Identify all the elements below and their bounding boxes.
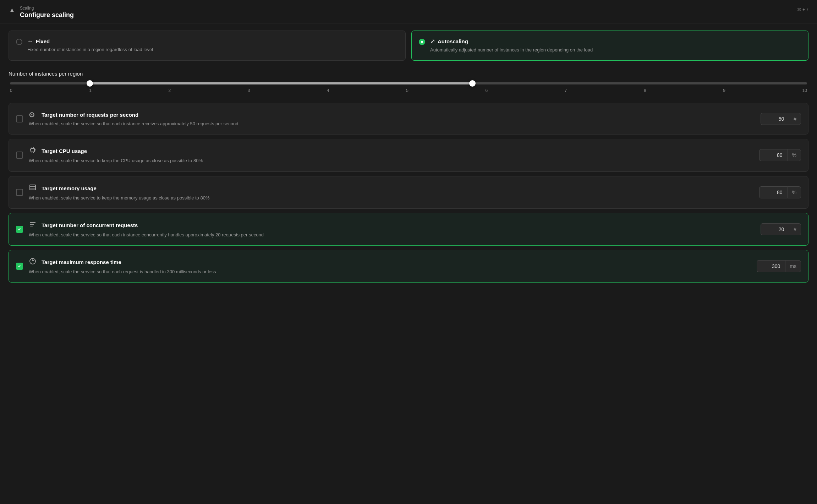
metric-card-cpu-usage: Target CPU usage When enabled, scale the… <box>9 139 808 171</box>
tick-2: 2 <box>169 88 171 93</box>
slider-container: 0 1 2 3 4 5 6 7 8 9 10 <box>9 82 808 93</box>
concurrent-requests-input-group: # <box>761 223 801 235</box>
memory-usage-checkbox[interactable] <box>16 189 23 196</box>
requests-per-second-content: ⊙ Target number of requests per second W… <box>29 110 755 127</box>
fixed-card-content: ↔ Fixed Fixed number of instances in a r… <box>27 38 398 53</box>
concurrent-requests-content: Target number of concurrent requests Whe… <box>29 220 755 238</box>
fixed-scaling-card[interactable]: ↔ Fixed Fixed number of instances in a r… <box>9 31 406 61</box>
requests-per-second-icon: ⊙ <box>29 110 39 119</box>
slider-thumb-min[interactable] <box>87 80 93 87</box>
header-titles: Scaling Configure scaling <box>20 6 74 19</box>
metric-card-requests-per-second: ⊙ Target number of requests per second W… <box>9 103 808 135</box>
requests-per-second-input-group: # <box>761 113 801 125</box>
max-response-time-desc: When enabled, scale the service so that … <box>29 269 751 275</box>
cpu-usage-checkbox[interactable] <box>16 152 23 159</box>
memory-usage-desc: When enabled, scale the service to keep … <box>29 195 753 201</box>
keyboard-shortcut: ⌘ + 7 <box>797 7 808 12</box>
memory-usage-input-group: % <box>759 186 801 198</box>
tick-9: 9 <box>723 88 725 93</box>
cpu-usage-title: Target CPU usage <box>29 146 753 156</box>
tick-7: 7 <box>565 88 567 93</box>
svg-rect-0 <box>31 148 34 152</box>
max-response-time-unit: ms <box>785 260 801 272</box>
autoscaling-card[interactable]: ⤢ Autoscaling Automatically adjusted num… <box>411 31 808 61</box>
cpu-usage-content: Target CPU usage When enabled, scale the… <box>29 146 753 164</box>
fixed-card-desc: Fixed number of instances in a region re… <box>27 46 398 53</box>
slider-ticks: 0 1 2 3 4 5 6 7 8 9 10 <box>10 88 807 93</box>
scaling-options: ↔ Fixed Fixed number of instances in a r… <box>9 31 808 61</box>
requests-per-second-checkbox[interactable] <box>16 115 23 122</box>
cpu-usage-desc: When enabled, scale the service to keep … <box>29 158 753 164</box>
autoscaling-card-title: ⤢ Autoscaling <box>430 38 801 45</box>
requests-per-second-input[interactable] <box>761 113 789 125</box>
header-left: ▲ Scaling Configure scaling <box>9 6 74 19</box>
max-response-time-input-group: ms <box>757 260 801 272</box>
concurrent-requests-checkbox[interactable] <box>16 226 23 233</box>
metric-card-concurrent-requests: Target number of concurrent requests Whe… <box>9 213 808 246</box>
autoscaling-icon: ⤢ <box>430 38 435 45</box>
collapse-button[interactable]: ▲ <box>9 6 16 13</box>
breadcrumb: Scaling <box>20 6 74 11</box>
memory-usage-input[interactable] <box>759 186 788 198</box>
requests-per-second-title: ⊙ Target number of requests per second <box>29 110 755 119</box>
requests-per-second-desc: When enabled, scale the service so that … <box>29 121 755 127</box>
autoscaling-radio[interactable] <box>419 39 425 45</box>
page-header: ▲ Scaling Configure scaling ⌘ + 7 <box>0 0 817 23</box>
concurrent-requests-title: Target number of concurrent requests <box>29 220 755 230</box>
memory-usage-title: Target memory usage <box>29 183 753 193</box>
memory-usage-icon <box>29 183 39 193</box>
max-response-time-input[interactable] <box>757 260 785 272</box>
instances-slider-section: Number of instances per region 0 1 2 3 4… <box>9 71 808 93</box>
fixed-radio[interactable] <box>16 39 22 45</box>
main-content: ↔ Fixed Fixed number of instances in a r… <box>0 23 817 294</box>
tick-4: 4 <box>327 88 329 93</box>
max-response-time-title: Target maximum response time <box>29 257 751 267</box>
memory-usage-content: Target memory usage When enabled, scale … <box>29 183 753 201</box>
memory-usage-unit: % <box>788 186 801 198</box>
tick-8: 8 <box>644 88 646 93</box>
concurrent-requests-unit: # <box>789 223 801 235</box>
slider-fill <box>90 82 472 84</box>
cpu-usage-input-group: % <box>759 149 801 161</box>
concurrent-requests-input[interactable] <box>761 223 789 235</box>
slider-track[interactable] <box>10 82 807 84</box>
max-response-time-checkbox[interactable] <box>16 263 23 270</box>
metric-card-memory-usage: Target memory usage When enabled, scale … <box>9 176 808 209</box>
fixed-card-title: ↔ Fixed <box>27 38 398 44</box>
tick-3: 3 <box>248 88 250 93</box>
autoscaling-card-desc: Automatically adjusted number of instanc… <box>430 47 801 53</box>
slider-thumb-max[interactable] <box>469 80 476 87</box>
tick-0: 0 <box>10 88 12 93</box>
concurrent-requests-icon <box>29 220 39 230</box>
fixed-icon: ↔ <box>27 38 33 44</box>
tick-10: 10 <box>802 88 807 93</box>
cpu-usage-unit: % <box>788 149 801 161</box>
metric-card-max-response-time: Target maximum response time When enable… <box>9 250 808 283</box>
slider-label: Number of instances per region <box>9 71 808 77</box>
tick-5: 5 <box>406 88 408 93</box>
tick-1: 1 <box>89 88 92 93</box>
cpu-usage-icon <box>29 146 39 156</box>
requests-per-second-unit: # <box>789 113 801 125</box>
cpu-usage-input[interactable] <box>759 149 788 161</box>
max-response-time-content: Target maximum response time When enable… <box>29 257 751 275</box>
autoscaling-card-content: ⤢ Autoscaling Automatically adjusted num… <box>430 38 801 53</box>
concurrent-requests-desc: When enabled, scale the service so that … <box>29 232 755 238</box>
tick-6: 6 <box>486 88 488 93</box>
svg-rect-9 <box>30 185 35 190</box>
page-title: Configure scaling <box>20 11 74 19</box>
max-response-time-icon <box>29 257 39 267</box>
